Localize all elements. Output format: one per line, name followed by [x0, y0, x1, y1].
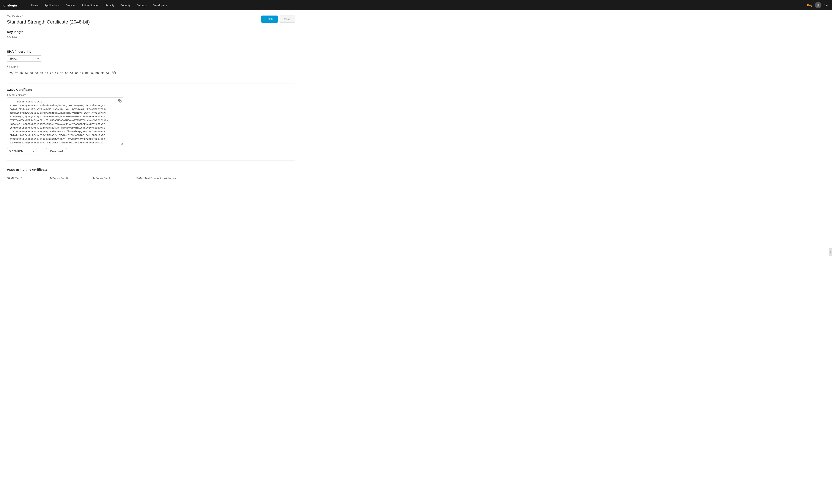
nav-settings[interactable]: Settings [133, 0, 150, 10]
avatar[interactable] [815, 2, 822, 8]
apps-section: Apps using this certificate SAML Test 1 … [7, 167, 295, 182]
breadcrumb-separator: / [22, 15, 23, 18]
svg-point-1 [817, 4, 819, 5]
sha-fingerprint-title: SHA fingerprint [7, 50, 295, 53]
nav-activity[interactable]: Activity [102, 0, 118, 10]
app-item: SAML Test Connector (Advance... [136, 174, 180, 182]
fingerprint-label: Fingerprint [7, 65, 295, 68]
breadcrumb[interactable]: Certificates / [7, 15, 90, 18]
buy-link[interactable]: Buy [807, 4, 812, 7]
cert-copy-button[interactable] [118, 99, 122, 104]
cert-textarea[interactable] [7, 98, 123, 145]
page-header-left: Certificates / Standard Strength Certifi… [7, 15, 90, 30]
sha-select-wrapper: SHA1 SHA256 ▼ [7, 55, 42, 62]
sha-fingerprint-section: SHA fingerprint SHA1 SHA256 ▼ Fingerprin… [7, 50, 295, 77]
sha-select[interactable]: SHA1 SHA256 [7, 55, 42, 62]
fingerprint-row: 70:F7:50:94:00:B0:0B:57:9C:C9:78:6B:51:0… [7, 69, 119, 77]
app-item: MZerko Saml2 [50, 174, 93, 182]
save-button[interactable]: Save [280, 16, 295, 23]
nav-security[interactable]: Security [118, 0, 133, 10]
svg-rect-3 [120, 101, 122, 102]
navbar: onelogin Users Applications Devices Auth… [0, 0, 832, 10]
nav-items: Users Applications Devices Authenticatio… [28, 0, 807, 10]
logo[interactable]: onelogin [3, 3, 23, 8]
key-length-value: 2048-bit [7, 36, 295, 39]
page-actions: Delete Save [261, 16, 295, 23]
nav-developers[interactable]: Developers [150, 0, 170, 10]
fingerprint-copy-button[interactable] [111, 71, 117, 75]
nav-devices[interactable]: Devices [62, 0, 79, 10]
download-row: X.509 PEM X.509 DER PKCS#7 ▼ ← Download [7, 148, 295, 154]
arrow-indicator: ← [40, 149, 44, 154]
fingerprint-value: 70:F7:50:94:00:B0:0B:57:9C:C9:78:6B:51:0… [9, 72, 111, 75]
delete-button[interactable]: Delete [261, 16, 278, 23]
cert-textarea-wrapper [7, 98, 123, 145]
download-select-wrapper: X.509 PEM X.509 DER PKCS#7 ▼ [7, 148, 37, 154]
x509-section: X.509 Certificate X.509 Certificate X.50… [7, 88, 295, 154]
breadcrumb-parent[interactable]: Certificates [7, 15, 21, 18]
x509-label: X.509 Certificate [7, 94, 295, 97]
download-format-select[interactable]: X.509 PEM X.509 DER PKCS#7 [7, 148, 37, 154]
key-length-section: Key length 2048-bit [7, 30, 295, 39]
app-item: MZerko Saml [93, 174, 136, 182]
apps-title: Apps using this certificate [7, 167, 295, 171]
page-header: Certificates / Standard Strength Certifi… [7, 15, 295, 30]
download-button[interactable]: Download [46, 148, 67, 154]
svg-rect-2 [114, 72, 115, 74]
page-title: Standard Strength Certificate (2048-bit) [7, 19, 90, 25]
divider-3 [7, 160, 295, 161]
nav-authentication[interactable]: Authentication [79, 0, 102, 10]
app-item: SAML Test 1 [7, 174, 50, 182]
username[interactable]: Jan [824, 4, 829, 7]
apps-list: SAML Test 1 MZerko Saml2 MZerko Saml SAM… [7, 174, 295, 182]
nav-users[interactable]: Users [28, 0, 42, 10]
key-length-title: Key length [7, 30, 295, 34]
nav-right: Buy Jan [807, 2, 829, 8]
svg-text:onelogin: onelogin [3, 3, 17, 7]
main-content: Certificates / Standard Strength Certifi… [0, 10, 302, 187]
nav-applications[interactable]: Applications [42, 0, 62, 10]
x509-title: X.509 Certificate [7, 88, 295, 91]
